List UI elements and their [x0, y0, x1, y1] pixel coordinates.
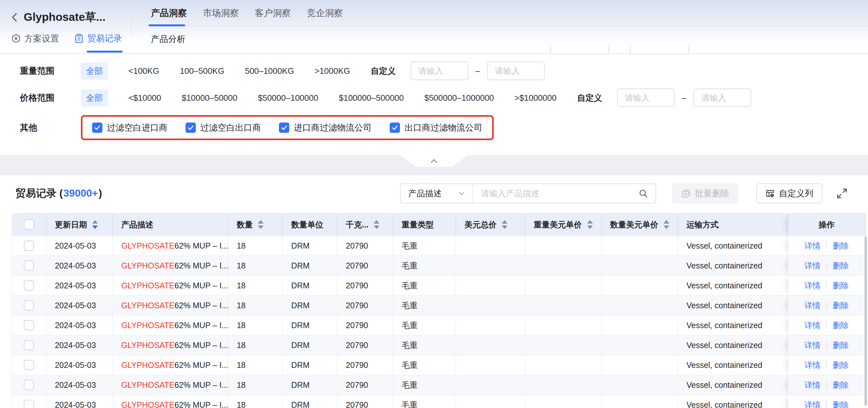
tab-competitor-insight[interactable]: 竞企洞察	[307, 7, 343, 22]
cell-usd-per-weight	[526, 256, 602, 275]
column-header-kg-weight[interactable]: 千克...	[337, 213, 393, 236]
sort-icon[interactable]	[258, 220, 264, 229]
price-max-input[interactable]: 请输入	[693, 89, 751, 107]
price-option-all[interactable]: 全部	[81, 90, 108, 106]
back-icon[interactable]	[10, 12, 21, 23]
fullscreen-expand-icon[interactable]	[836, 187, 848, 200]
tab-customer-insight[interactable]: 客户洞察	[255, 7, 291, 22]
select-all-checkbox[interactable]	[24, 219, 34, 230]
cell-update-date: 2024-05-03	[46, 395, 113, 408]
weight-option-all[interactable]: 全部	[81, 63, 108, 79]
row-detail-link[interactable]: 详情	[804, 280, 820, 291]
row-checkbox[interactable]	[24, 320, 34, 330]
sort-icon[interactable]	[92, 220, 98, 229]
partial-input-left[interactable]	[550, 45, 609, 55]
table-row: 2024-05-03 GLYPHOSATE 62% MUP – I... 18 …	[12, 236, 866, 256]
cell-usd-total	[456, 395, 526, 408]
cell-update-date: 2024-05-03	[46, 355, 113, 375]
price-option-500000-1000000[interactable]: $500000–1000000	[424, 93, 494, 103]
row-detail-link[interactable]: 详情	[804, 320, 820, 331]
sort-icon[interactable]	[374, 220, 379, 229]
price-min-input[interactable]: 请输入	[617, 89, 675, 107]
collapse-filters-button[interactable]	[400, 155, 468, 167]
table-row: 2024-05-03 GLYPHOSATE 62% MUP – I... 18 …	[12, 375, 866, 395]
row-delete-link[interactable]: 删除	[833, 241, 849, 251]
cell-update-date: 2024-05-03	[46, 316, 113, 335]
row-delete-link[interactable]: 删除	[833, 360, 849, 371]
price-option-100000-500000[interactable]: $100000–500000	[339, 93, 403, 103]
weight-min-input[interactable]: 请输入	[410, 62, 468, 80]
cell-quantity-unit: DRM	[283, 236, 337, 255]
row-delete-link[interactable]: 删除	[833, 320, 849, 331]
sort-icon[interactable]	[502, 220, 507, 229]
row-detail-link[interactable]: 详情	[804, 261, 820, 271]
price-option-lt10000[interactable]: <$10000	[128, 93, 161, 103]
tab-plan-settings[interactable]: 方案设置	[11, 33, 59, 44]
row-checkbox[interactable]	[24, 340, 34, 350]
row-checkbox[interactable]	[24, 300, 34, 310]
row-delete-link[interactable]: 删除	[833, 400, 849, 408]
partial-input-right[interactable]	[630, 45, 689, 55]
cell-quantity: 18	[228, 276, 283, 295]
row-detail-link[interactable]: 详情	[804, 380, 820, 390]
row-detail-link[interactable]: 详情	[804, 300, 820, 311]
weight-option-100-500[interactable]: 100–500KG	[180, 66, 224, 76]
vertical-scrollbar[interactable]	[865, 236, 867, 406]
weight-option-lt100[interactable]: <100KG	[128, 66, 159, 76]
row-detail-link[interactable]: 详情	[804, 400, 820, 408]
records-title: 贸易记录 (39000+)	[16, 186, 102, 201]
column-header-usd-per-qty[interactable]: 数量美元单价	[602, 213, 678, 236]
cell-quantity: 18	[228, 395, 283, 408]
row-detail-link[interactable]: 详情	[804, 340, 820, 350]
checkbox-checked-icon	[186, 123, 196, 133]
price-option-50000-100000[interactable]: $50000–100000	[258, 93, 318, 103]
tab-product-insight[interactable]: 产品洞察	[151, 7, 187, 22]
tab-market-insight[interactable]: 市场洞察	[203, 7, 239, 22]
table-row: 2024-05-03 GLYPHOSATE 62% MUP – I... 18 …	[12, 276, 866, 296]
sort-icon[interactable]	[663, 220, 669, 229]
row-checkbox[interactable]	[24, 400, 34, 408]
tab-product-analysis[interactable]: 产品分析	[151, 34, 186, 44]
search-field-select[interactable]: 产品描述	[401, 184, 473, 203]
row-checkbox[interactable]	[24, 380, 34, 390]
search-input[interactable]: 请输入产品描述	[473, 184, 655, 203]
cell-product-desc: GLYPHOSATE 62% MUP – I...	[113, 256, 228, 275]
row-checkbox[interactable]	[24, 261, 34, 271]
batch-delete-button[interactable]: 批量删除	[672, 183, 738, 203]
weight-option-500-1000[interactable]: 500–1000KG	[245, 66, 294, 76]
cell-kg-weight: 20790	[337, 375, 393, 395]
tab-trade-records[interactable]: 贸易记录	[74, 33, 122, 44]
custom-columns-button[interactable]: 自定义列	[756, 183, 823, 203]
link-divider	[826, 401, 827, 408]
checkbox-filter-blank-exporter[interactable]: 过滤空白出口商	[186, 122, 261, 133]
cell-transport: Vessel, containerized	[678, 256, 788, 275]
row-delete-link[interactable]: 删除	[833, 380, 849, 390]
column-header-usd-per-weight[interactable]: 重量美元单价	[526, 213, 602, 236]
row-delete-link[interactable]: 删除	[833, 261, 849, 271]
checkbox-filter-blank-importer[interactable]: 过滤空白进口商	[92, 122, 167, 133]
row-delete-link[interactable]: 删除	[833, 340, 849, 350]
weight-max-input[interactable]: 请输入	[487, 62, 545, 80]
row-checkbox[interactable]	[24, 360, 34, 370]
row-detail-link[interactable]: 详情	[804, 360, 820, 371]
table-row: 2024-05-03 GLYPHOSATE 62% MUP – I... 18 …	[12, 336, 866, 355]
cell-usd-per-weight	[526, 375, 602, 395]
price-option-gt1000000[interactable]: >$1000000	[515, 93, 557, 103]
cell-actions: 详情 删除	[788, 296, 866, 315]
row-checkbox[interactable]	[24, 280, 34, 291]
filter-panel: 重量范围 全部 <100KG 100–500KG 500–1000KG >100…	[0, 54, 868, 155]
cell-update-date: 2024-05-03	[46, 375, 113, 395]
price-option-10000-50000[interactable]: $10000–50000	[182, 93, 238, 103]
weight-option-gt1000[interactable]: >1000KG	[315, 66, 350, 76]
column-header-usd-total[interactable]: 美元总价	[456, 213, 526, 236]
row-delete-link[interactable]: 删除	[833, 300, 849, 311]
row-delete-link[interactable]: 删除	[833, 280, 849, 291]
column-header-update-date[interactable]: 更新日期	[46, 213, 113, 236]
checkbox-exporter-filter-logistics[interactable]: 出口商过滤物流公司	[390, 122, 483, 133]
column-header-quantity[interactable]: 数量	[228, 213, 283, 236]
row-checkbox[interactable]	[24, 241, 34, 251]
checkbox-importer-filter-logistics[interactable]: 进口商过滤物流公司	[279, 122, 372, 133]
cell-product-desc: GLYPHOSATE 62% MUP – I...	[113, 316, 228, 335]
sort-icon[interactable]	[587, 220, 593, 229]
row-detail-link[interactable]: 详情	[804, 241, 820, 251]
